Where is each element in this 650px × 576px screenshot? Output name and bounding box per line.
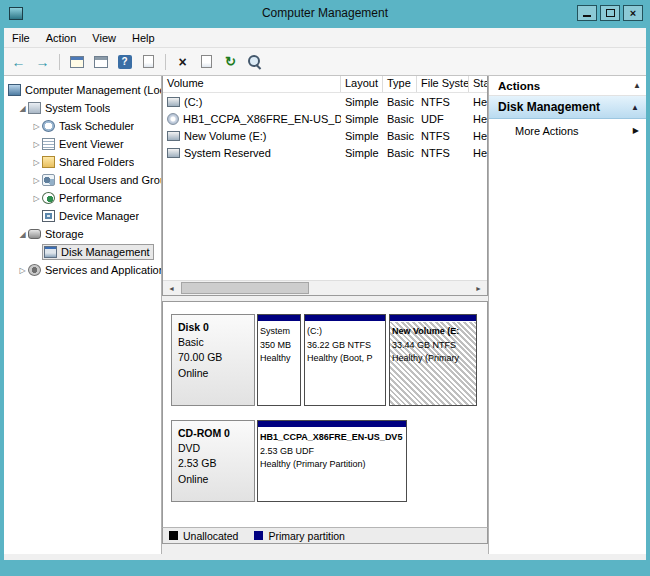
properties-window-icon bbox=[143, 55, 154, 68]
legend-label: Unallocated bbox=[183, 530, 238, 542]
expander-icon[interactable]: ▷ bbox=[31, 176, 42, 185]
partition-dvd[interactable]: HB1_CCPA_X86FRE_EN-US_DV5 2.53 GB UDF He… bbox=[257, 420, 407, 502]
more-actions[interactable]: More Actions ▶ bbox=[489, 119, 646, 142]
column-type[interactable]: Type bbox=[383, 76, 417, 92]
tree-item-services-and-applications[interactable]: ▷ Services and Applications bbox=[4, 261, 161, 279]
expander-icon[interactable]: ▷ bbox=[31, 194, 42, 203]
disk-type: DVD bbox=[178, 441, 248, 456]
back-button[interactable]: ← bbox=[8, 51, 29, 72]
legend-label: Primary partition bbox=[268, 530, 344, 542]
actions-title: Actions bbox=[498, 80, 540, 92]
menu-help[interactable]: Help bbox=[124, 32, 163, 44]
volume-layout: Simple bbox=[341, 96, 383, 108]
expander-icon[interactable]: ▷ bbox=[31, 140, 42, 149]
console-tree: Computer Management (Local ◢ System Tool… bbox=[4, 76, 162, 554]
tree-item-task-scheduler[interactable]: ▷ Task Scheduler bbox=[4, 117, 161, 135]
column-layout[interactable]: Layout bbox=[341, 76, 383, 92]
disk-0-label[interactable]: Disk 0 Basic 70.00 GB Online bbox=[171, 314, 255, 406]
console-tree-icon bbox=[70, 56, 84, 68]
export-list-button[interactable] bbox=[90, 51, 111, 72]
volume-row-system-reserved[interactable]: System Reserved Simple Basic NTFS He bbox=[163, 144, 487, 161]
scroll-right-icon[interactable]: ► bbox=[470, 281, 487, 295]
refresh-button[interactable]: ↻ bbox=[220, 51, 241, 72]
titlebar[interactable]: Computer Management × bbox=[0, 0, 650, 28]
legend-primary-partition: Primary partition bbox=[254, 530, 344, 542]
column-file-system[interactable]: File System bbox=[417, 76, 469, 92]
window-title: Computer Management bbox=[0, 6, 650, 20]
toolbar-separator bbox=[59, 54, 60, 70]
tree-item-computer-management[interactable]: Computer Management (Local bbox=[4, 81, 161, 99]
volume-row-new-volume-e[interactable]: New Volume (E:) Simple Basic NTFS He bbox=[163, 127, 487, 144]
volume-type: Basic bbox=[383, 96, 417, 108]
partition-status: Healthy (Primary Partition) bbox=[260, 458, 404, 472]
tree-item-disk-management[interactable]: Disk Management bbox=[4, 243, 161, 261]
unallocated-swatch-icon bbox=[169, 531, 178, 540]
toolbar: ← → ? × ↻ bbox=[4, 48, 646, 76]
maximize-button[interactable] bbox=[600, 5, 620, 21]
properties-button[interactable] bbox=[196, 51, 217, 72]
computer-management-window: Computer Management × File Action View H… bbox=[0, 0, 650, 576]
cdrom-0-label[interactable]: CD-ROM 0 DVD 2.53 GB Online bbox=[171, 420, 255, 502]
column-status[interactable]: Sta bbox=[469, 76, 487, 92]
volume-row-c[interactable]: (C:) Simple Basic NTFS He bbox=[163, 93, 487, 110]
tree-item-label: Computer Management (Local bbox=[25, 84, 161, 96]
horizontal-scrollbar[interactable]: ◄ ► bbox=[163, 280, 487, 295]
partition-size: 36.22 GB NTFS bbox=[307, 339, 383, 353]
refresh-icon: ↻ bbox=[225, 54, 236, 69]
menu-view[interactable]: View bbox=[84, 32, 124, 44]
actions-disk-management[interactable]: Disk Management ▲ bbox=[489, 96, 646, 119]
scrollbar-track[interactable] bbox=[180, 281, 470, 295]
rescan-disks-button[interactable] bbox=[244, 51, 265, 72]
legend-bar: Unallocated Primary partition bbox=[162, 527, 488, 544]
help-button[interactable]: ? bbox=[114, 51, 135, 72]
disk-management-pane: Volume Layout Type File System Sta (C:) … bbox=[162, 76, 488, 554]
expander-icon[interactable]: ▷ bbox=[17, 266, 28, 275]
volume-layout: Simple bbox=[341, 113, 383, 125]
disk-name: Disk 0 bbox=[178, 320, 248, 335]
scrollbar-thumb[interactable] bbox=[181, 282, 309, 294]
disk-0-group: Disk 0 Basic 70.00 GB Online System 350 … bbox=[171, 314, 479, 406]
partition-status: Healthy (Boot, P bbox=[307, 352, 383, 366]
scroll-left-icon[interactable]: ◄ bbox=[163, 281, 180, 295]
expander-icon[interactable]: ▷ bbox=[31, 158, 42, 167]
tree-item-device-manager[interactable]: Device Manager bbox=[4, 207, 161, 225]
expander-icon[interactable]: ▷ bbox=[31, 122, 42, 131]
volume-name: HB1_CCPA_X86FRE_EN-US_DV5 (D:) bbox=[183, 113, 341, 125]
partition-c[interactable]: (C:) 36.22 GB NTFS Healthy (Boot, P bbox=[304, 314, 386, 406]
minimize-button[interactable] bbox=[577, 5, 597, 21]
tree-item-label: System Tools bbox=[45, 102, 110, 114]
close-button[interactable]: × bbox=[623, 5, 643, 21]
actions-pane: Actions ▲ Disk Management ▲ More Actions… bbox=[488, 76, 646, 554]
selected-tree-item[interactable]: Disk Management bbox=[42, 244, 154, 260]
help-icon: ? bbox=[118, 55, 132, 69]
delete-button[interactable]: × bbox=[172, 51, 193, 72]
partition-system-reserved[interactable]: System 350 MB Healthy bbox=[257, 314, 301, 406]
tree-item-shared-folders[interactable]: ▷ Shared Folders bbox=[4, 153, 161, 171]
storage-icon bbox=[28, 229, 41, 239]
tree-item-local-users-and-groups[interactable]: ▷ Local Users and Groups bbox=[4, 171, 161, 189]
show-console-tree-button[interactable] bbox=[66, 51, 87, 72]
volume-fs: NTFS bbox=[417, 147, 469, 159]
volume-list-header: Volume Layout Type File System Sta bbox=[163, 76, 487, 93]
menu-file[interactable]: File bbox=[4, 32, 38, 44]
scroll-up-icon[interactable]: ▲ bbox=[633, 81, 641, 90]
partition-new-volume-e[interactable]: New Volume (E: 33.44 GB NTFS Healthy (Pr… bbox=[389, 314, 477, 406]
tree-item-performance[interactable]: ▷ Performance bbox=[4, 189, 161, 207]
collapse-icon[interactable]: ▲ bbox=[631, 103, 639, 112]
forward-button[interactable]: → bbox=[32, 51, 53, 72]
disk-name: CD-ROM 0 bbox=[178, 426, 248, 441]
column-volume[interactable]: Volume bbox=[163, 76, 341, 92]
volume-row-dvd[interactable]: HB1_CCPA_X86FRE_EN-US_DV5 (D:) Simple Ba… bbox=[163, 110, 487, 127]
volume-name: System Reserved bbox=[184, 147, 271, 159]
tree-item-storage[interactable]: ◢ Storage bbox=[4, 225, 161, 243]
menu-action[interactable]: Action bbox=[38, 32, 85, 44]
expander-icon[interactable]: ◢ bbox=[17, 230, 28, 239]
properties-window-button[interactable] bbox=[138, 51, 159, 72]
volume-status: He bbox=[469, 113, 487, 125]
tree-item-label: Event Viewer bbox=[59, 138, 124, 150]
tree-item-system-tools[interactable]: ◢ System Tools bbox=[4, 99, 161, 117]
volume-status: He bbox=[469, 130, 487, 142]
tree-item-event-viewer[interactable]: ▷ Event Viewer bbox=[4, 135, 161, 153]
expander-icon[interactable]: ◢ bbox=[17, 104, 28, 113]
back-arrow-icon: ← bbox=[12, 54, 26, 70]
